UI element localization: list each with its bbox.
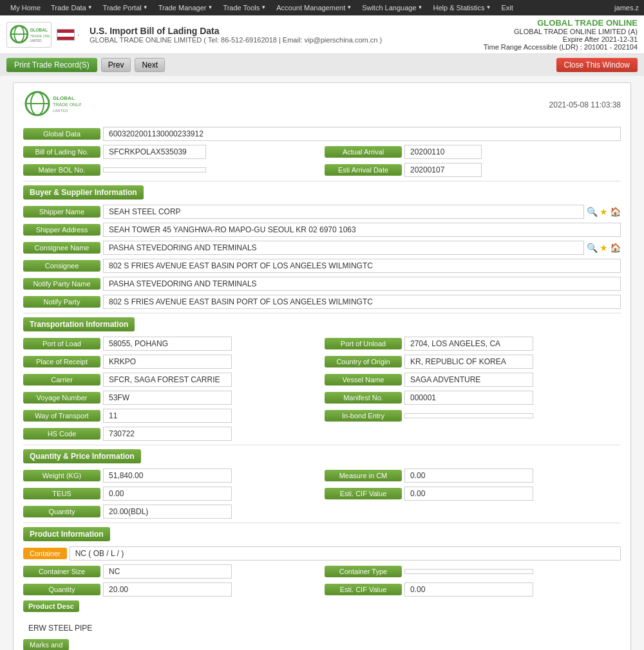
- port-of-unload-col: Port of Unload 2704, LOS ANGELES, CA: [325, 337, 621, 351]
- measure-label: Measure in CM: [325, 470, 402, 481]
- country-of-origin-col: Country of Origin KR, REPUBLIC OF KOREA: [325, 355, 621, 369]
- hs-code-value: 730722: [103, 427, 232, 441]
- carrier-value: SFCR, SAGA FOREST CARRIE: [103, 373, 232, 387]
- actual-arrival-value: 20200110: [404, 145, 482, 159]
- nav-trade-tools[interactable]: Trade Tools ▼: [218, 0, 271, 15]
- us-flag: [57, 29, 75, 41]
- port-of-load-value: 58055, POHANG: [103, 337, 232, 351]
- esti-arrival-col: Esti Arrival Date 20200107: [325, 163, 621, 177]
- weight-label: Weight (KG): [23, 470, 100, 481]
- notify-party-value: 802 S FRIES AVENUE EAST BASIN PORT OF LO…: [103, 295, 621, 309]
- divider-1: [23, 181, 621, 181]
- hs-code-label: HS Code: [23, 428, 100, 440]
- buyer-supplier-section: Buyer & Supplier Information Shipper Nam…: [23, 185, 621, 309]
- transportation-header: Transportation Information: [23, 317, 135, 331]
- country-of-origin-label: Country of Origin: [325, 356, 402, 367]
- notify-party-row: Notify Party 802 S FRIES AVENUE EAST BAS…: [23, 295, 621, 309]
- buyer-supplier-header: Buyer & Supplier Information: [23, 185, 144, 200]
- header-right-info: GLOBAL TRADE ONLINE GLOBAL TRADE ONLINE …: [484, 18, 638, 51]
- nav-trade-manager[interactable]: Trade Manager ▼: [153, 0, 218, 15]
- measure-value: 0.00: [404, 469, 533, 483]
- product-section: Product Information Container NC ( OB / …: [23, 527, 621, 650]
- record-header: GLOBAL TRADE ONLINE LIMITED 2021-05-08 1…: [23, 89, 621, 120]
- header-title-area: U.S. Import Bill of Lading Data GLOBAL T…: [90, 26, 382, 44]
- weight-value: 51,840.00: [103, 469, 232, 483]
- flag-area: ·: [57, 29, 79, 41]
- nav-help-statistics[interactable]: Help & Statistics ▼: [428, 0, 496, 15]
- prev-button-top[interactable]: Prev: [101, 58, 131, 72]
- nav-switch-language[interactable]: Switch Language ▼: [357, 0, 428, 15]
- in-bond-entry-value: [404, 413, 533, 418]
- product-desc-header-row: Product Desc: [23, 600, 621, 617]
- global-data-row: Global Data 6003202001130000233912: [23, 127, 621, 141]
- record-logo: GLOBAL TRADE ONLINE LIMITED: [23, 89, 81, 120]
- shipper-address-label: Shipper Address: [23, 224, 100, 236]
- product-esti-cif-label: Esti. CIF Value: [325, 584, 402, 595]
- container-size-row: Container Size NC Container Type: [23, 564, 621, 579]
- shipper-search-icon[interactable]: 🔍: [587, 207, 598, 217]
- notify-party-label: Notify Party: [23, 296, 100, 308]
- consignee-name-value: PASHA STEVEDORING AND TERMINALS: [103, 241, 584, 255]
- company-logo: GLOBAL TRADE ONLINE LIMITED: [6, 22, 52, 48]
- consignee-search-icon[interactable]: 🔍: [587, 243, 598, 253]
- product-desc-label: Product Desc: [23, 600, 79, 612]
- vessel-name-col: Vessel Name SAGA ADVENTURE: [325, 373, 621, 387]
- notify-party-name-value: PASHA STEVEDORING AND TERMINALS: [103, 277, 621, 291]
- port-of-load-label: Port of Load: [23, 338, 100, 349]
- username-label: james.z: [614, 4, 639, 12]
- next-button-top[interactable]: Next: [135, 58, 165, 72]
- product-quantity-label: Quantity: [23, 584, 100, 595]
- shipper-address-value: SEAH TOWER 45 YANGHWA-RO MAPO-GU SEOUL K…: [103, 223, 621, 237]
- carrier-row: Carrier SFCR, SAGA FOREST CARRIE Vessel …: [23, 373, 621, 387]
- product-quantity-row: Quantity 20.00 Esti. CIF Value 0.00: [23, 582, 621, 597]
- bol-col: Bill of Lading No. SFCRKPOLAX535039: [23, 145, 319, 159]
- measure-col: Measure in CM 0.00: [325, 469, 621, 483]
- consignee-star-icon[interactable]: ★: [600, 243, 608, 253]
- esti-cif-col: Esti. CIF Value 0.00: [325, 487, 621, 501]
- consignee-icons: 🔍 ★ 🏠: [587, 243, 621, 253]
- product-header: Product Information: [23, 527, 110, 541]
- carrier-col: Carrier SFCR, SAGA FOREST CARRIE: [23, 373, 319, 387]
- consignee-home-icon[interactable]: 🏠: [610, 243, 621, 253]
- esti-arrival-value: 20200107: [404, 163, 482, 177]
- port-row: Port of Load 58055, POHANG Port of Unloa…: [23, 337, 621, 351]
- expire-info: GLOBAL TRADE ONLINE LIMITED (A): [484, 28, 638, 35]
- consignee-value: 802 S FRIES AVENUE EAST BASIN PORT OF LO…: [103, 259, 621, 273]
- page-title: U.S. Import Bill of Lading Data: [90, 26, 382, 36]
- brand-name: GLOBAL TRADE ONLINE: [484, 18, 638, 28]
- nav-my-home[interactable]: My Home: [5, 0, 46, 15]
- place-of-receipt-label: Place of Receipt: [23, 356, 100, 367]
- weight-row: Weight (KG) 51,840.00 Measure in CM 0.00: [23, 469, 621, 483]
- svg-text:GLOBAL: GLOBAL: [30, 28, 47, 32]
- manifest-no-value: 000001: [404, 391, 533, 405]
- place-of-receipt-value: KRKPO: [103, 355, 232, 369]
- shipper-home-icon[interactable]: 🏠: [610, 207, 621, 217]
- consignee-row: Consignee 802 S FRIES AVENUE EAST BASIN …: [23, 259, 621, 273]
- notify-party-name-label: Notify Party Name: [23, 278, 100, 290]
- weight-col: Weight (KG) 51,840.00: [23, 469, 319, 483]
- shipper-star-icon[interactable]: ★: [600, 207, 608, 217]
- transport-row: Way of Transport 11 In-bond Entry: [23, 409, 621, 423]
- container-type-label: Container Type: [325, 566, 402, 577]
- nav-trade-data[interactable]: Trade Data ▼: [46, 0, 98, 15]
- place-of-receipt-col: Place of Receipt KRKPO: [23, 355, 319, 369]
- actual-arrival-col: Actual Arrival 20200110: [325, 145, 621, 159]
- nav-exit[interactable]: Exit: [496, 0, 518, 15]
- vessel-name-value: SAGA ADVENTURE: [404, 373, 533, 387]
- receipt-row: Place of Receipt KRKPO Country of Origin…: [23, 355, 621, 369]
- product-desc-row: ERW STEEL PIPE: [23, 621, 621, 635]
- container-size-value: NC: [103, 564, 232, 579]
- consignee-name-row: Consignee Name PASHA STEVEDORING AND TER…: [23, 241, 621, 255]
- close-button-top[interactable]: Close This Window: [556, 58, 638, 72]
- container-label: Container: [23, 548, 67, 559]
- marks-header-row: Marks and: [23, 639, 621, 650]
- global-data-value: 6003202001130000233912: [103, 127, 621, 141]
- print-button-top[interactable]: Print Trade Record(S): [6, 58, 97, 72]
- nav-account-management[interactable]: Account Management ▼: [271, 0, 357, 15]
- logo-area: GLOBAL TRADE ONLINE LIMITED · U.S. Impor…: [6, 22, 382, 48]
- svg-text:TRADE ONLINE: TRADE ONLINE: [53, 102, 81, 107]
- esti-arrival-label: Esti Arrival Date: [325, 164, 402, 176]
- vessel-name-label: Vessel Name: [325, 374, 402, 385]
- quantity-section: Quantity & Price Information Weight (KG)…: [23, 449, 621, 519]
- nav-trade-portal[interactable]: Trade Portal ▼: [98, 0, 153, 15]
